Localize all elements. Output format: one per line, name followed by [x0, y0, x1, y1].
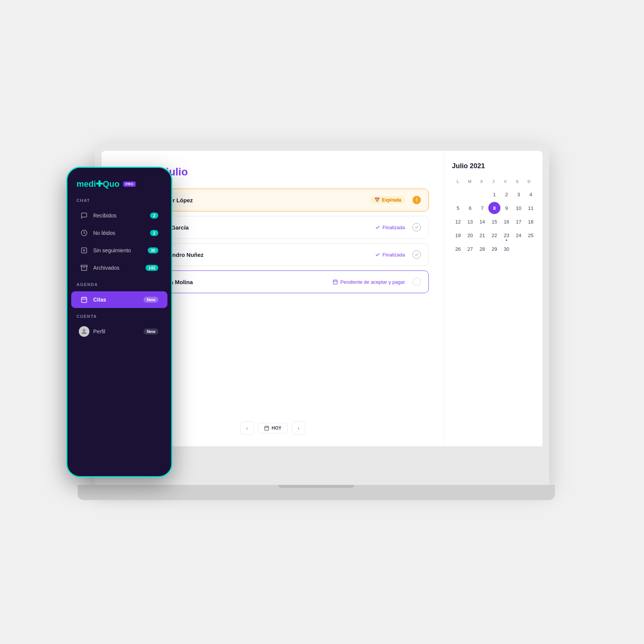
sidebar-item-sin-seguimiento-label: Sin seguimiento — [93, 247, 142, 253]
cal-cell-1[interactable]: 1 — [488, 188, 500, 200]
sidebar-item-perfil-label: Perfil — [93, 328, 138, 335]
cal-cell-24[interactable]: 24 — [513, 229, 525, 241]
cal-cell-28[interactable]: 28 — [476, 243, 488, 255]
calendar-pending-icon — [333, 279, 338, 284]
sidebar-item-citas[interactable]: Citas New — [71, 291, 167, 308]
expired-alert-icon: ! — [413, 196, 421, 204]
sidebar-item-recibidos-badge: 2 — [150, 213, 158, 219]
cal-cell-18[interactable]: 18 — [525, 216, 537, 228]
cal-week-4: 19 20 21 22 23 24 25 — [452, 229, 535, 241]
cal-cell-23-dot[interactable]: 23 — [500, 229, 513, 241]
pending-label: Pendiente de aceptar y pagar — [340, 279, 405, 285]
today-button[interactable]: HOY — [258, 423, 288, 433]
prev-button[interactable]: ‹ — [240, 421, 254, 435]
cal-cell-19[interactable]: 19 — [452, 229, 464, 241]
cal-cell-22[interactable]: 22 — [488, 229, 500, 241]
calendar-expired-icon: 📅 — [374, 197, 380, 203]
sidebar-item-no-leidos[interactable]: No léidos 2 — [71, 225, 167, 241]
cal-cell-30[interactable]: 30 — [500, 243, 513, 255]
done-circle-icon-2 — [413, 223, 421, 231]
cal-week-3: 12 13 14 15 16 17 18 — [452, 216, 535, 228]
cal-cell-7[interactable]: 7 — [476, 202, 488, 214]
cal-cell-empty — [476, 188, 488, 200]
cal-cell-empty — [452, 188, 464, 200]
calendar-icon — [80, 296, 88, 303]
cal-cell-20[interactable]: 20 — [464, 229, 476, 241]
check-mark-icon-3 — [375, 252, 380, 257]
calendar-grid: L M X J V S D 1 — [452, 178, 535, 255]
pro-badge: PRO — [123, 181, 136, 187]
cal-cell-8-today[interactable]: 8 — [488, 202, 500, 214]
cal-cell-17[interactable]: 17 — [513, 216, 525, 228]
sidebar-item-no-leidos-badge: 2 — [150, 230, 158, 236]
cal-cell-12[interactable]: 12 — [452, 216, 464, 228]
x-square-icon — [80, 247, 88, 254]
pending-circle-icon — [413, 278, 421, 286]
done-circle-icon-3 — [413, 250, 421, 259]
cal-cell-13[interactable]: 13 — [464, 216, 476, 228]
cal-header-V: V — [499, 178, 511, 185]
sidebar-item-recibidos-label: Recibidos — [93, 213, 145, 219]
cal-cell-21[interactable]: 21 — [476, 229, 488, 241]
cal-cell-25[interactable]: 25 — [525, 229, 537, 241]
clock-icon — [80, 229, 88, 237]
phone-logo: medi✚Quo PRO — [67, 179, 171, 198]
sidebar-item-recibidos[interactable]: Recibidos 2 — [71, 207, 167, 224]
sidebar-item-sin-seguimiento[interactable]: Sin seguimiento 30 — [71, 242, 167, 259]
cal-cell-4[interactable]: 4 — [525, 188, 537, 200]
today-calendar-icon — [264, 425, 269, 431]
laptop-wrapper: medi✚Quo PRO CHAT Recibidos 2 — [89, 144, 555, 500]
cal-cell-15[interactable]: 15 — [488, 216, 500, 228]
archive-icon — [80, 264, 88, 272]
svg-rect-11 — [333, 280, 338, 284]
cal-week-1: 1 2 3 4 — [452, 188, 535, 200]
logo-plus: ✚ — [96, 179, 103, 189]
cal-cell-9[interactable]: 9 — [500, 202, 513, 214]
cal-cell-6[interactable]: 6 — [464, 202, 476, 214]
cal-cell-2[interactable]: 2 — [500, 188, 513, 200]
expired-label: Expirada — [382, 197, 401, 203]
cal-cell-26[interactable]: 26 — [452, 243, 464, 255]
today-label: HOY — [272, 425, 281, 431]
cal-cell-16[interactable]: 16 — [500, 216, 513, 228]
appt-status-2: Finalizada — [375, 225, 405, 230]
cal-header-row: L M X J V S D — [452, 178, 535, 185]
next-button[interactable]: › — [292, 421, 305, 435]
cal-header-L: L — [452, 178, 464, 185]
cal-cell-27[interactable]: 27 — [464, 243, 476, 255]
cal-cell-empty — [513, 243, 525, 255]
appt-name-4: Berta Molina — [159, 279, 325, 285]
scene: medi✚Quo PRO CHAT Recibidos 2 — [57, 57, 587, 587]
logo-text: medi✚Quo — [77, 179, 119, 189]
chat-section-label: CHAT — [67, 198, 171, 207]
cal-header-J: J — [488, 178, 499, 185]
inbox-icon — [80, 212, 88, 219]
sidebar-item-archivados[interactable]: Archivados 142 — [71, 259, 167, 276]
cuenta-section-label: CUENTA — [67, 314, 171, 323]
cal-cell-11[interactable]: 11 — [525, 202, 537, 214]
appt-name-1: Víctor López — [159, 197, 363, 203]
phone-sidebar: medi✚Quo PRO CHAT Recibidos 2 — [66, 167, 172, 477]
svg-rect-6 — [81, 297, 87, 303]
expired-badge: 📅 Expirada — [370, 196, 405, 204]
sidebar-item-archivados-label: Archivados — [93, 265, 140, 271]
logo-brand: medi — [77, 179, 96, 189]
svg-rect-4 — [81, 265, 88, 267]
svg-point-10 — [83, 329, 86, 331]
check-mark-icon — [375, 225, 380, 230]
cal-cell-29[interactable]: 29 — [488, 243, 500, 255]
avatar-icon — [80, 328, 88, 335]
appt-status-4: Pendiente de aceptar y pagar — [333, 279, 405, 285]
cal-header-S: S — [511, 178, 523, 185]
cal-cell-3[interactable]: 3 — [513, 188, 525, 200]
cal-cell-10[interactable]: 10 — [513, 202, 525, 214]
cal-cell-14[interactable]: 14 — [476, 216, 488, 228]
agenda-section-label: AGENDA — [67, 282, 171, 291]
sidebar-item-perfil[interactable]: Perfil New — [71, 323, 167, 340]
appt-status-1: 📅 Expirada — [370, 196, 405, 204]
cal-cell-5[interactable]: 5 — [452, 202, 464, 214]
sidebar-item-archivados-badge: 142 — [145, 265, 158, 271]
sidebar-item-no-leidos-label: No léidos — [93, 230, 145, 236]
calendar-sidebar: Julio 2021 L M X J V S D — [444, 151, 542, 446]
appt-name-2: Ana García — [159, 224, 367, 231]
